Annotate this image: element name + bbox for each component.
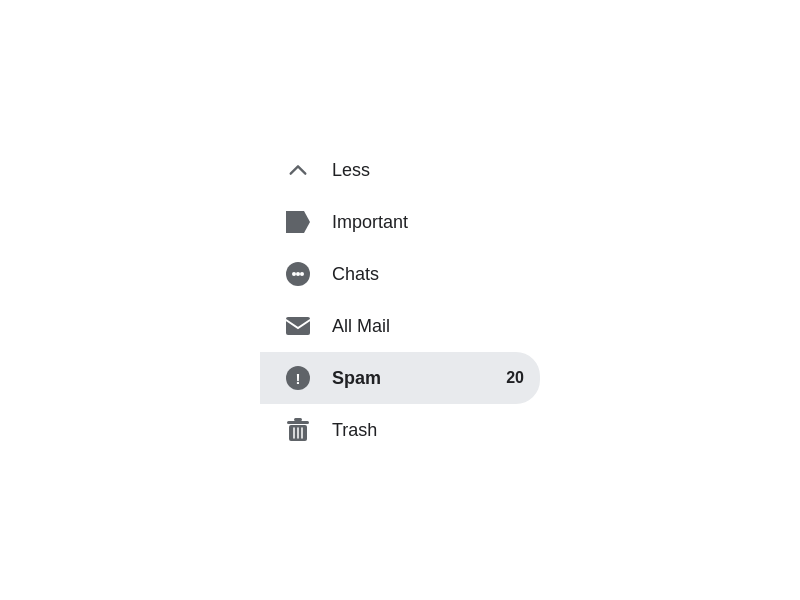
sidebar-item-label: All Mail [332, 316, 524, 337]
sidebar-item-label: Chats [332, 264, 524, 285]
svg-text:!: ! [296, 370, 301, 387]
svg-marker-0 [286, 211, 310, 233]
spam-icon: ! [284, 364, 312, 392]
trash-icon [284, 416, 312, 444]
chat-icon [284, 260, 312, 288]
svg-point-4 [300, 272, 304, 276]
sidebar-item-trash[interactable]: Trash [260, 404, 540, 456]
svg-rect-9 [294, 418, 302, 421]
important-icon [284, 208, 312, 236]
sidebar-menu: Less Important Chats Al [260, 136, 540, 464]
svg-rect-8 [287, 421, 309, 424]
sidebar-item-spam[interactable]: ! Spam 20 [260, 352, 540, 404]
sidebar-item-label: Less [332, 160, 524, 181]
mail-icon [284, 312, 312, 340]
sidebar-item-chats[interactable]: Chats [260, 248, 540, 300]
chevron-up-icon [284, 156, 312, 184]
sidebar-item-label: Spam [332, 368, 486, 389]
sidebar-item-label: Trash [332, 420, 524, 441]
sidebar-item-all-mail[interactable]: All Mail [260, 300, 540, 352]
sidebar-item-label: Important [332, 212, 524, 233]
svg-point-3 [296, 272, 300, 276]
svg-rect-5 [286, 317, 310, 335]
svg-point-2 [292, 272, 296, 276]
sidebar-item-important[interactable]: Important [260, 196, 540, 248]
sidebar-item-less[interactable]: Less [260, 144, 540, 196]
spam-count: 20 [506, 369, 524, 387]
